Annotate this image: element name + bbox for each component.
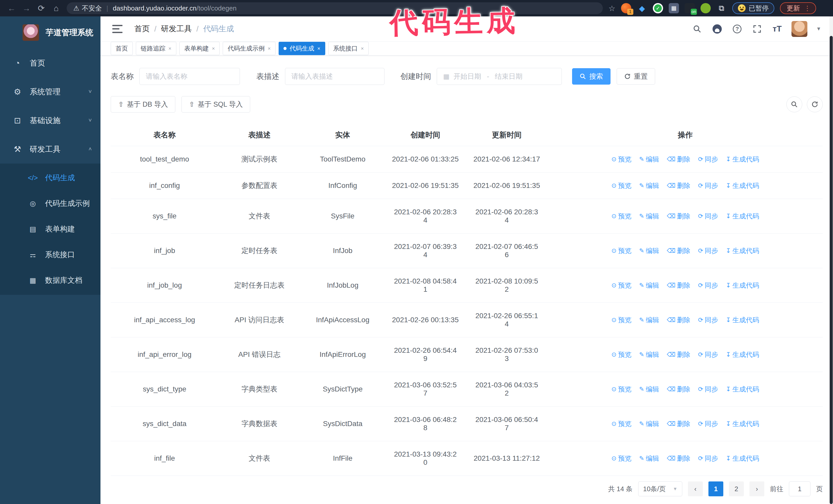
sidebar-item-codegen[interactable]: </> 代码生成 (0, 165, 100, 191)
delete-link[interactable]: ⌫删除 (667, 419, 690, 428)
delete-link[interactable]: ⌫删除 (667, 212, 690, 220)
sidebar-item-codegen-example[interactable]: ◎ 代码生成示例 (0, 191, 100, 216)
edit-link[interactable]: ✎编辑 (639, 454, 659, 462)
close-icon[interactable]: × (317, 46, 320, 51)
sync-link[interactable]: ⟳同步 (698, 316, 718, 324)
generate-code-link[interactable]: ↧生成代码 (726, 351, 759, 359)
delete-link[interactable]: ⌫删除 (667, 247, 690, 255)
home-icon[interactable]: ⌂ (49, 4, 64, 13)
reload-icon[interactable]: ⟳ (34, 3, 49, 13)
close-icon[interactable]: × (212, 46, 215, 51)
avatar-caret-icon[interactable]: ▼ (816, 26, 821, 32)
search-button[interactable]: 搜索 (572, 68, 611, 85)
prev-page-button[interactable]: ‹ (688, 481, 703, 496)
help-icon[interactable]: ? (732, 23, 743, 34)
generate-code-link[interactable]: ↧生成代码 (726, 385, 759, 393)
sidebar-item-home[interactable]: ◔ 首页 (0, 49, 100, 77)
delete-link[interactable]: ⌫删除 (667, 385, 690, 393)
preview-link[interactable]: ⊙预览 (611, 454, 631, 462)
generate-code-link[interactable]: ↧生成代码 (726, 155, 759, 163)
preview-link[interactable]: ⊙预览 (611, 419, 631, 428)
preview-link[interactable]: ⊙预览 (611, 247, 631, 255)
tab-codegen[interactable]: 代码生成× (279, 42, 325, 55)
sidebar-item-system-api[interactable]: ⚎ 系统接口 (0, 242, 100, 268)
generate-code-link[interactable]: ↧生成代码 (726, 281, 759, 289)
sync-link[interactable]: ⟳同步 (698, 385, 718, 393)
preview-link[interactable]: ⊙预览 (611, 182, 631, 190)
tab-tracing[interactable]: 链路追踪× (136, 42, 176, 55)
breadcrumb-home[interactable]: 首页 (134, 24, 150, 34)
orange-extension-icon[interactable]: 1 (621, 3, 631, 13)
bot-extension-icon[interactable] (700, 3, 711, 13)
fullscreen-icon[interactable] (752, 23, 763, 34)
scrollbar-thumb[interactable] (830, 36, 833, 504)
font-size-icon[interactable]: ᴛT (771, 23, 783, 34)
next-page-button[interactable]: › (749, 481, 764, 496)
tab-codegen-example[interactable]: 代码生成示例× (223, 42, 276, 55)
grid-extension-icon[interactable]: ▦ (669, 3, 679, 13)
sync-link[interactable]: ⟳同步 (698, 281, 718, 289)
sync-link[interactable]: ⟳同步 (698, 182, 718, 190)
edit-link[interactable]: ✎编辑 (639, 281, 659, 289)
page-button-2[interactable]: 2 (729, 481, 744, 496)
forward-icon[interactable]: → (19, 4, 34, 13)
preview-link[interactable]: ⊙预览 (611, 281, 631, 289)
table-desc-input[interactable]: 请输入表描述 (285, 68, 384, 85)
chrome-update-button[interactable]: 更新 ⋮ (780, 2, 816, 14)
sync-link[interactable]: ⟳同步 (698, 351, 718, 359)
search-icon[interactable] (691, 23, 703, 34)
sync-link[interactable]: ⟳同步 (698, 155, 718, 163)
page-size-select[interactable]: 10条/页 ▼ (638, 481, 682, 496)
breadcrumb-devtools[interactable]: 研发工具 (161, 24, 192, 34)
edit-link[interactable]: ✎编辑 (639, 419, 659, 428)
sync-link[interactable]: ⟳同步 (698, 454, 718, 462)
preview-link[interactable]: ⊙预览 (611, 316, 631, 324)
github-icon[interactable] (712, 23, 723, 34)
import-sql-button[interactable]: ⇧ 基于 SQL 导入 (182, 96, 250, 113)
preview-link[interactable]: ⊙预览 (611, 351, 631, 359)
preview-link[interactable]: ⊙预览 (611, 385, 631, 393)
sidebar-item-system[interactable]: ⚙ 系统管理 ˅ (0, 77, 100, 106)
generate-code-link[interactable]: ↧生成代码 (726, 454, 759, 462)
generate-code-link[interactable]: ↧生成代码 (726, 182, 759, 190)
page-button-1[interactable]: 1 (709, 481, 723, 496)
sidebar-item-db-doc[interactable]: ▦ 数据库文档 (0, 268, 100, 293)
kebab-menu-icon[interactable]: ⋮ (804, 4, 811, 12)
sidebar-item-infra[interactable]: ⊡ 基础设施 ˅ (0, 106, 100, 135)
bookmark-star-icon[interactable]: ☆ (609, 4, 615, 13)
tab-home[interactable]: 首页 (111, 42, 133, 55)
delete-link[interactable]: ⌫删除 (667, 454, 690, 462)
generate-code-link[interactable]: ↧生成代码 (726, 247, 759, 255)
delete-link[interactable]: ⌫删除 (667, 155, 690, 163)
gem-extension-icon[interactable]: ◆ (637, 3, 647, 13)
sync-link[interactable]: ⟳同步 (698, 247, 718, 255)
close-icon[interactable]: × (268, 46, 271, 51)
close-icon[interactable]: × (168, 46, 171, 51)
edit-link[interactable]: ✎编辑 (639, 212, 659, 220)
generate-code-link[interactable]: ↧生成代码 (726, 316, 759, 324)
delete-link[interactable]: ⌫删除 (667, 182, 690, 190)
tab-form-builder[interactable]: 表单构建× (180, 42, 220, 55)
delete-link[interactable]: ⌫删除 (667, 351, 690, 359)
generate-code-link[interactable]: ↧生成代码 (726, 419, 759, 428)
extensions-puzzle-icon[interactable]: ⧉ (716, 3, 727, 13)
sidebar-item-form-builder[interactable]: ▤ 表单构建 (0, 216, 100, 242)
check-extension-icon[interactable]: ✓ (653, 3, 663, 13)
delete-link[interactable]: ⌫删除 (667, 316, 690, 324)
import-db-button[interactable]: ⇧ 基于 DB 导入 (111, 96, 175, 113)
page-scrollbar[interactable] (829, 17, 833, 504)
back-icon[interactable]: ← (4, 4, 19, 13)
sync-link[interactable]: ⟳同步 (698, 419, 718, 428)
edit-link[interactable]: ✎编辑 (639, 316, 659, 324)
sidebar-item-devtools[interactable]: ⚒ 研发工具 ˄ (0, 135, 100, 164)
profile-paused-pill[interactable]: 已暂停 (732, 2, 774, 14)
toggle-search-button[interactable] (786, 96, 802, 112)
delete-link[interactable]: ⌫删除 (667, 281, 690, 289)
generate-code-link[interactable]: ↧生成代码 (726, 212, 759, 220)
end-date-placeholder[interactable]: 结束日期 (495, 72, 523, 81)
edit-link[interactable]: ✎编辑 (639, 155, 659, 163)
date-range-picker[interactable]: ▦ 开始日期 - 结束日期 (437, 68, 562, 85)
preview-link[interactable]: ⊙预览 (611, 155, 631, 163)
close-icon[interactable]: × (361, 46, 364, 51)
dark-extension-icon[interactable]: on (685, 3, 695, 13)
